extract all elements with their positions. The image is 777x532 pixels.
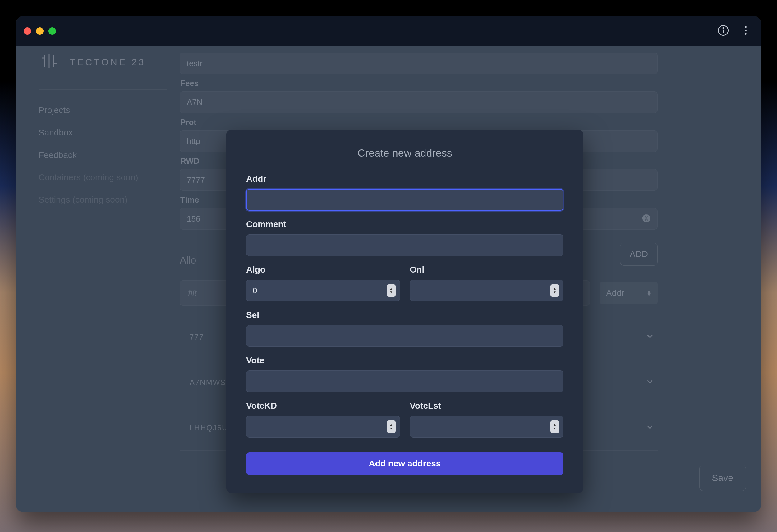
chevron-down-icon[interactable] <box>645 332 655 343</box>
addr-input[interactable] <box>246 189 563 211</box>
svg-point-5 <box>745 33 747 35</box>
sidebar-divider <box>38 90 167 90</box>
brand-name: TECTONE 23 <box>70 57 146 68</box>
vote-label: Vote <box>246 355 563 365</box>
votelst-input[interactable] <box>410 416 564 437</box>
more-vertical-icon[interactable] <box>740 24 752 37</box>
onl-label: Onl <box>410 265 564 275</box>
add-button[interactable]: ADD <box>620 243 658 266</box>
fullscreen-window-button[interactable] <box>48 27 56 35</box>
minimize-window-button[interactable] <box>36 27 43 35</box>
sidebar: TECTONE 23 Projects Sandbox Feedback Con… <box>16 46 180 512</box>
clear-icon[interactable]: 🅧 <box>642 214 651 224</box>
vote-input[interactable] <box>246 370 563 392</box>
add-new-address-button[interactable]: Add new address <box>246 452 563 475</box>
info-icon[interactable] <box>717 24 729 37</box>
number-spinner-icon[interactable] <box>550 420 559 433</box>
algo-label: Algo <box>246 265 400 275</box>
field-0[interactable]: testr <box>180 52 658 74</box>
window-controls <box>24 27 56 35</box>
allocations-section-title: Allo <box>180 254 196 266</box>
number-spinner-icon[interactable] <box>550 284 559 297</box>
modal-title: Create new address <box>246 147 563 159</box>
app-window: TECTONE 23 Projects Sandbox Feedback Con… <box>16 16 761 512</box>
chevron-down-icon[interactable] <box>645 377 655 388</box>
save-button[interactable]: Save <box>699 465 746 491</box>
onl-input[interactable] <box>410 280 564 301</box>
chevron-down-icon[interactable] <box>645 422 655 433</box>
proto-label: Prot <box>180 117 658 127</box>
algo-input[interactable] <box>246 280 400 301</box>
addr-label: Addr <box>246 174 563 184</box>
logo-mark-icon <box>38 53 64 71</box>
sidebar-item-settings: Settings (coming soon) <box>38 195 167 205</box>
comment-input[interactable] <box>246 234 563 256</box>
svg-point-2 <box>723 27 724 28</box>
svg-point-4 <box>745 29 747 31</box>
sidebar-item-containers: Containers (coming soon) <box>38 173 167 183</box>
sidebar-item-projects[interactable]: Projects <box>38 105 167 115</box>
address-text: 777 <box>190 333 204 341</box>
votelst-label: VoteLst <box>410 401 564 411</box>
sel-label: Sel <box>246 310 563 320</box>
comment-label: Comment <box>246 219 563 229</box>
fees-label: Fees <box>180 79 658 88</box>
brand-logo: TECTONE 23 <box>38 53 167 71</box>
number-spinner-icon[interactable] <box>387 284 396 297</box>
fees-field[interactable]: A7N <box>180 91 658 113</box>
sort-select-label: Addr <box>606 288 625 298</box>
votekd-input[interactable] <box>246 416 400 437</box>
votekd-label: VoteKD <box>246 401 400 411</box>
select-caret-icon: ▲▼ <box>647 290 651 296</box>
sidebar-item-feedback[interactable]: Feedback <box>38 150 167 160</box>
close-window-button[interactable] <box>24 27 31 35</box>
sel-input[interactable] <box>246 325 563 347</box>
sidebar-item-sandbox[interactable]: Sandbox <box>38 128 167 138</box>
create-address-modal: Create new address Addr Comment Algo <box>226 130 583 493</box>
titlebar <box>16 16 761 46</box>
svg-point-3 <box>745 26 747 28</box>
number-spinner-icon[interactable] <box>387 420 396 433</box>
sort-select[interactable]: Addr ▲▼ <box>600 282 658 304</box>
time-value: 156 <box>187 214 200 224</box>
